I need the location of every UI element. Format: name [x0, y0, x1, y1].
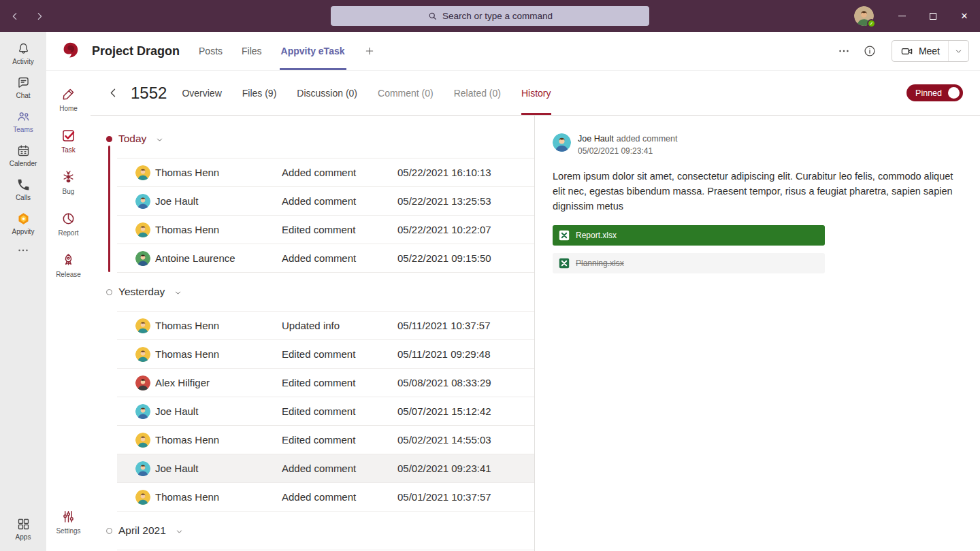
history-row[interactable]: Thomas HennEdited comment05/11/2021 09:2…	[117, 340, 534, 369]
timeline-group-yesterday: YesterdayThomas HennUpdated info05/11/20…	[91, 273, 534, 512]
history-row[interactable]: Joe HaultAdded comment05/22/2021 13:25:5…	[117, 187, 534, 216]
attachment-planning-xlsx[interactable]: Planning.xlsx	[553, 253, 825, 273]
sidebar-item-settings[interactable]: Settings	[46, 503, 91, 541]
sidebar-item-report[interactable]: Report	[46, 205, 91, 243]
task-tab-discussion-0[interactable]: Discussion (0)	[297, 71, 357, 115]
maximize-button[interactable]	[917, 0, 949, 32]
attachment-name: Planning.xlsx	[576, 258, 624, 268]
timeline-group-today: TodayThomas HennAdded comment05/22/2021 …	[91, 120, 534, 273]
task-tab-related-0[interactable]: Related (0)	[454, 71, 501, 115]
history-row-action: Edited comment	[282, 434, 397, 446]
back-arrow-icon[interactable]	[10, 11, 20, 22]
task-tab-comment-0[interactable]: Comment (0)	[378, 71, 434, 115]
history-row-name: Thomas Henn	[150, 320, 282, 331]
rail-item-label: Appvity	[12, 228, 35, 235]
rail-item-teams[interactable]: Teams	[0, 104, 46, 138]
task-tab-overview[interactable]: Overview	[182, 71, 221, 115]
rail-item-appvity[interactable]: Appvity	[0, 206, 46, 240]
minimize-button[interactable]	[886, 0, 917, 32]
header-actions: Meet	[837, 40, 969, 62]
group-label: Yesterday	[118, 286, 165, 298]
chevron-down-icon	[174, 288, 182, 297]
profile-avatar[interactable]: ✓	[854, 6, 874, 26]
pinned-label: Pinned	[915, 88, 942, 98]
rail-item-calls[interactable]: Calls	[0, 172, 46, 206]
rail-item-calender[interactable]: Calender	[0, 138, 46, 172]
history-row[interactable]: Thomas HennAdded comment05/22/2021 16:10…	[117, 158, 534, 187]
release-icon	[61, 252, 76, 268]
chevron-down-icon	[175, 527, 184, 536]
meet-button[interactable]: Meet	[892, 40, 969, 62]
history-row-name: Joe Hault	[150, 405, 282, 417]
sidebar-item-release[interactable]: Release	[46, 246, 91, 284]
maximize-icon	[930, 13, 936, 20]
task-tab-files-9[interactable]: Files (9)	[242, 71, 277, 115]
history-row-time: 05/01/2021 10:37:57	[397, 491, 491, 503]
history-row-action: Added comment	[282, 491, 397, 503]
history-row-name: Antoine Laurence	[150, 252, 282, 264]
history-row[interactable]: Joe HaultAdded comment05/02/2021 09:23:4…	[117, 454, 534, 483]
rail-item-more[interactable]	[0, 240, 46, 261]
add-tab-icon[interactable]	[364, 46, 375, 56]
team-tabs: PostsFilesAppvity eTask	[197, 32, 362, 70]
history-row-time: 05/22/2021 09:15:50	[397, 252, 491, 264]
tab-files[interactable]: Files	[240, 32, 263, 70]
history-row-action: Added comment	[282, 167, 397, 178]
rail-item-apps[interactable]: Apps	[0, 512, 46, 546]
meet-dropdown[interactable]	[948, 41, 968, 61]
tab-appvity-etask[interactable]: Appvity eTask	[280, 32, 346, 70]
history-row-name: Joe Hault	[150, 195, 282, 207]
history-row[interactable]: Thomas HennEdited comment05/02/2021 14:5…	[117, 426, 534, 454]
task-tab-history[interactable]: History	[521, 71, 551, 115]
info-icon[interactable]	[863, 44, 877, 58]
chevron-down-icon	[155, 135, 164, 144]
close-button[interactable]: ✕	[949, 0, 980, 32]
timeline-group-header[interactable]: Yesterday	[91, 273, 534, 311]
history-timeline-panel: TodayThomas HennAdded comment05/22/2021 …	[91, 116, 535, 551]
history-row[interactable]: Alex HilfigerEdited comment05/08/2021 08…	[117, 369, 534, 397]
sidebar-item-home[interactable]: Home	[46, 80, 91, 118]
history-row-name: Joe Hault	[150, 463, 282, 474]
chat-icon	[16, 76, 31, 90]
task-tabs: OverviewFiles (9)Discussion (0)Comment (…	[182, 71, 571, 115]
chevron-down-icon	[954, 47, 963, 56]
camera-icon	[900, 45, 913, 58]
history-row-time: 05/22/2021 10:22:07	[397, 224, 491, 235]
meet-button-main[interactable]: Meet	[892, 41, 948, 61]
task-icon	[61, 128, 76, 144]
timeline-group-header[interactable]: Today	[91, 120, 534, 158]
back-icon[interactable]	[107, 86, 120, 99]
avatar	[135, 433, 150, 448]
rail-item-activity[interactable]: Activity	[0, 36, 46, 70]
excel-icon	[559, 258, 570, 269]
history-row-name: Thomas Henn	[150, 348, 282, 360]
pinned-toggle-knob	[948, 87, 960, 99]
history-row-action: Added comment	[282, 252, 397, 264]
timeline-today-line	[108, 146, 110, 272]
history-row[interactable]: Thomas HennAdded comment05/01/2021 10:37…	[117, 483, 534, 512]
more-options-icon[interactable]	[837, 44, 851, 58]
task-header: 1552 OverviewFiles (9)Discussion (0)Comm…	[91, 71, 980, 116]
history-row-action: Edited comment	[282, 348, 397, 360]
attachment-report-xlsx[interactable]: Report.xlsx	[553, 225, 825, 246]
sidebar-item-bug[interactable]: Bug	[46, 163, 91, 201]
tab-posts[interactable]: Posts	[197, 32, 224, 70]
history-row-action: Edited comment	[282, 377, 397, 388]
history-row[interactable]: Thomas HennUpdated info05/11/2021 10:37:…	[117, 312, 534, 340]
command-search[interactable]: Search or type a command	[331, 6, 649, 26]
history-row-time: 05/11/2021 09:29:48	[397, 348, 491, 360]
bell-icon	[16, 41, 31, 56]
timeline-group-header[interactable]: April 2021	[91, 512, 534, 550]
rail-item-chat[interactable]: Chat	[0, 70, 46, 104]
titlebar-right: ✓ ✕	[854, 0, 980, 32]
sidebar-item-task[interactable]: Task	[46, 122, 91, 160]
forward-arrow-icon[interactable]	[34, 11, 45, 22]
history-row[interactable]: Joe HaultEdited comment05/07/2021 15:12:…	[117, 397, 534, 426]
history-row[interactable]: Thomas HennEdited comment05/22/2021 10:2…	[117, 216, 534, 244]
history-row[interactable]: Antoine LaurenceAdded comment05/22/2021 …	[117, 244, 534, 273]
sidebar-item-label: Report	[58, 229, 78, 237]
settings-icon	[61, 509, 76, 524]
comment-header: Joe Haultadded comment 05/02/2021 09:23:…	[553, 133, 964, 156]
history-row-action: Updated info	[282, 320, 397, 331]
pinned-toggle[interactable]: Pinned	[906, 84, 963, 101]
